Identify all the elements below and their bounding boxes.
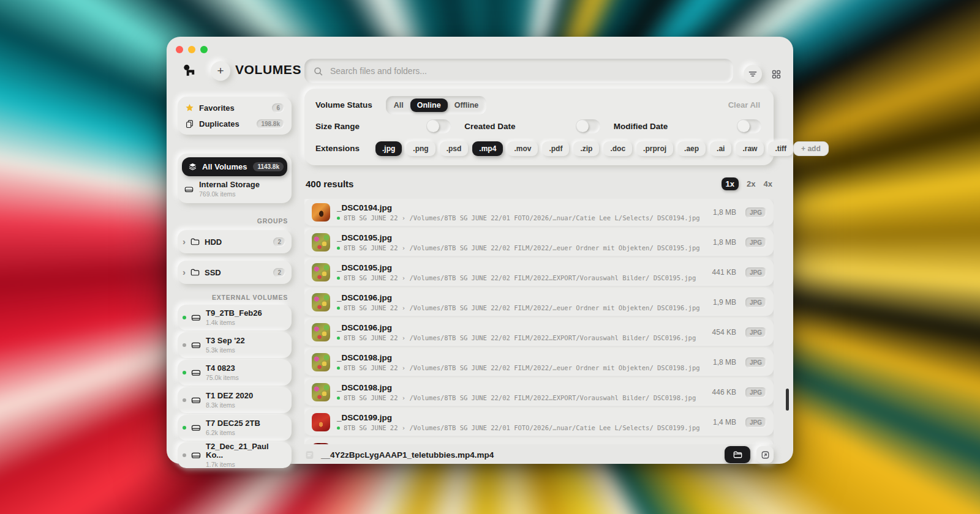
search-bar[interactable]	[304, 59, 733, 83]
file-icon	[304, 450, 315, 460]
file-row[interactable]: _DSC0198.jpg 8TB_SG_JUNE_22 › /Volumes/8…	[304, 349, 774, 376]
sidebar-item-duplicates[interactable]: Duplicates 198.8k	[182, 116, 287, 132]
filter-lines-icon	[748, 69, 758, 79]
extension-chip-doc[interactable]: .doc	[603, 141, 632, 156]
extension-chip-aep[interactable]: .aep	[677, 141, 706, 156]
extension-chip-ai[interactable]: .ai	[710, 141, 731, 156]
scrollbar-thumb[interactable]	[786, 389, 789, 411]
status-option-offline[interactable]: Offline	[448, 99, 486, 112]
add-volume-button[interactable]: +	[211, 61, 230, 81]
file-size: 454 KB	[712, 328, 736, 337]
extension-chip-jpg[interactable]: .jpg	[375, 141, 402, 156]
file-path: 8TB_SG_JUNE_22 › /Volumes/8TB_SG_JUNE_22…	[344, 334, 696, 342]
volume-name: T2_Dec_21_Paul Ko...	[206, 442, 287, 461]
sidebar-item-external-volume[interactable]: T7 DEC25 2TB 6.2k items	[178, 415, 292, 441]
created-date-toggle[interactable]	[576, 119, 600, 133]
volume-online-dot	[337, 217, 340, 220]
extension-chip-mov[interactable]: .mov	[507, 141, 538, 156]
status-option-online[interactable]: Online	[410, 99, 448, 112]
file-thumbnail	[312, 323, 330, 341]
open-file-button[interactable]	[756, 446, 774, 463]
extension-chip-psd[interactable]: .psd	[440, 141, 469, 156]
star-icon	[185, 103, 194, 113]
file-size: 1,8 MB	[713, 238, 736, 247]
reveal-in-folder-button[interactable]	[725, 446, 750, 463]
file-row[interactable]: _DSC0194.jpg 8TB_SG_JUNE_22 › /Volumes/8…	[304, 199, 774, 226]
file-name: _DSC0199.jpg	[337, 413, 706, 423]
grid-view-button[interactable]	[767, 65, 785, 83]
sidebar-item-external-volume[interactable]: T1 DEZ 2020 8.3k items	[178, 387, 292, 413]
file-thumbnail	[312, 413, 330, 431]
clear-all-button[interactable]: Clear All	[728, 100, 763, 110]
file-path: 8TB_SG_JUNE_22 › /Volumes/8TB_SG_JUNE_22…	[344, 304, 700, 312]
sidebar-item-external-volume[interactable]: T4 0823 75.0k items	[178, 360, 292, 386]
extension-chip-mp4[interactable]: .mp4	[472, 141, 503, 156]
file-size: 441 KB	[712, 268, 736, 277]
file-row[interactable]: _DSC0195.jpg 8TB_SG_JUNE_22 › /Volumes/8…	[304, 259, 774, 286]
status-dot	[183, 426, 186, 430]
drive-icon	[190, 422, 202, 433]
extension-chip-zip[interactable]: .zip	[573, 141, 599, 156]
sidebar-group-hdd[interactable]: › HDD 2	[178, 230, 292, 253]
add-extension-button[interactable]: + add	[793, 141, 829, 156]
search-input[interactable]	[329, 65, 725, 76]
selected-file-name: __4Y2zBpcLygAAAP1_teletubbies.mp4.mp4	[321, 450, 494, 460]
external-volume-list: T9_2TB_Feb26 1.4k items T3 Sep '22 5.3k …	[178, 305, 292, 468]
close-window-button[interactable]	[176, 46, 183, 53]
sidebar-item-external-volume[interactable]: T3 Sep '22 5.3k items	[178, 332, 292, 358]
results-header: 400 results 1x 2x 4x	[304, 176, 774, 192]
modified-date-label: Modified Date	[614, 122, 668, 131]
status-option-all[interactable]: All	[387, 99, 410, 112]
minimize-window-button[interactable]	[188, 46, 195, 53]
sidebar-group-ssd[interactable]: › SSD 2	[178, 261, 292, 284]
size-range-toggle[interactable]	[426, 119, 451, 133]
folder-icon	[190, 267, 200, 278]
sidebar-item-external-volume[interactable]: T9_2TB_Feb26 1.4k items	[178, 305, 292, 330]
file-row[interactable]: _DSC0199.jpg 8TB_SG_JUNE_22 › /Volumes/8…	[304, 409, 774, 436]
zoom-option-2x[interactable]: 2x	[747, 179, 755, 188]
volume-items: 1.4k items	[206, 319, 287, 326]
sidebar-item-favorites[interactable]: Favorites 6	[182, 100, 287, 116]
file-size: 446 KB	[712, 388, 736, 397]
zoom-window-button[interactable]	[200, 46, 208, 53]
zoom-option-4x[interactable]: 4x	[764, 179, 772, 188]
sidebar-item-internal-storage[interactable]: Internal Storage 769.0k items	[181, 179, 288, 199]
volume-name: T4 0823	[206, 364, 287, 373]
file-name: _DSC0198.jpg	[337, 353, 706, 363]
extension-chip-raw[interactable]: .raw	[736, 141, 764, 156]
status-dot	[183, 398, 186, 402]
sidebar-item-all-volumes[interactable]: All Volumes 1143.8k	[182, 157, 287, 176]
sidebar-item-external-volume[interactable]: T2_Dec_21_Paul Ko... 1.7k items	[178, 442, 292, 468]
chevron-right-icon[interactable]: ›	[183, 267, 186, 277]
volume-status-label: Volume Status	[315, 100, 372, 110]
layers-icon	[188, 162, 197, 171]
file-row[interactable]: _DSC0195.jpg 8TB_SG_JUNE_22 › /Volumes/8…	[304, 229, 774, 256]
volume-online-dot	[337, 397, 340, 400]
modified-date-toggle[interactable]	[737, 119, 761, 133]
file-row[interactable]: _DSC0198.jpg 8TB_SG_JUNE_22 › /Volumes/8…	[304, 379, 774, 406]
file-row[interactable]: _DSC0196.jpg 8TB_SG_JUNE_22 › /Volumes/8…	[304, 289, 774, 316]
extension-chip-png[interactable]: .png	[406, 141, 435, 156]
sort-filter-button[interactable]	[744, 65, 762, 83]
extensions-label: Extensions	[315, 144, 360, 153]
group-ssd-label: SSD	[205, 268, 269, 277]
status-dot	[183, 316, 186, 319]
zoom-option-1x[interactable]: 1x	[722, 177, 739, 190]
internal-storage-label: Internal Storage	[199, 181, 285, 190]
chevron-right-icon[interactable]: ›	[183, 237, 186, 246]
file-name: _DSC0195.jpg	[337, 233, 706, 243]
file-row[interactable]: _DSC0196.jpg 8TB_SG_JUNE_22 › /Volumes/8…	[304, 319, 774, 346]
duplicates-count-badge: 198.8k	[257, 119, 284, 128]
open-external-icon	[761, 450, 770, 460]
file-path: 8TB_SG_JUNE_22 › /Volumes/8TB_SG_JUNE_22…	[344, 274, 696, 282]
extension-chip-tiff[interactable]: .tiff	[768, 141, 793, 156]
extension-chip-pdf[interactable]: .pdf	[542, 141, 569, 156]
app-window: + VOLUMES Favorites 6	[167, 37, 793, 464]
file-thumbnail	[312, 263, 330, 281]
duplicates-icon	[185, 119, 194, 128]
file-size: 1,8 MB	[713, 358, 736, 367]
extension-chip-prproj[interactable]: .prproj	[636, 141, 673, 156]
sidebar: Favorites 6 Duplicates 198.8k All Volume…	[178, 97, 292, 468]
volume-online-dot	[337, 337, 340, 340]
file-thumbnail	[312, 233, 330, 251]
